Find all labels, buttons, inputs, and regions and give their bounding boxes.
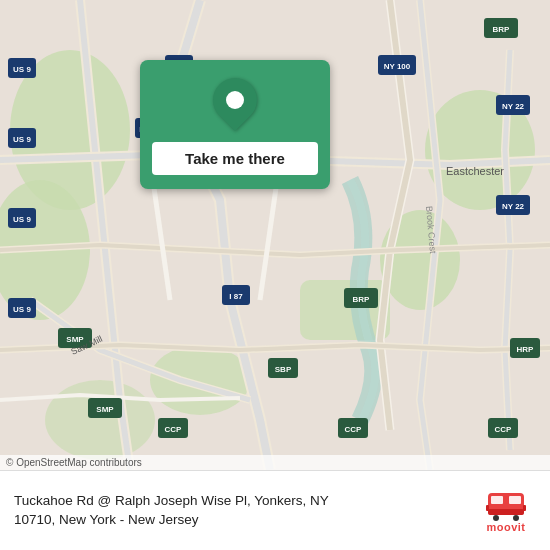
- map-pin: [213, 78, 257, 128]
- svg-text:Eastchester: Eastchester: [446, 165, 504, 177]
- svg-rect-52: [488, 509, 524, 515]
- svg-text:US 9: US 9: [13, 215, 31, 224]
- svg-text:NY 22: NY 22: [502, 102, 525, 111]
- bus-icon: [486, 489, 526, 521]
- svg-rect-50: [491, 496, 503, 504]
- svg-rect-51: [509, 496, 521, 504]
- svg-text:I 87: I 87: [229, 292, 243, 301]
- attribution-text: © OpenStreetMap contributors: [6, 457, 142, 468]
- map-container: US 9 US 9 US 9 US 9 I 87 I 87 NY 9A NY 1…: [0, 0, 550, 470]
- svg-text:BRP: BRP: [353, 295, 371, 304]
- svg-point-6: [150, 345, 250, 415]
- address-line2: 10710, New York - New Jersey: [14, 512, 199, 527]
- moovit-logo: moovit: [476, 489, 536, 533]
- svg-rect-56: [523, 505, 526, 511]
- svg-text:SBP: SBP: [275, 365, 292, 374]
- svg-text:CCP: CCP: [165, 425, 183, 434]
- take-me-there-button[interactable]: Take me there: [152, 142, 318, 175]
- svg-text:US 9: US 9: [13, 135, 31, 144]
- svg-text:NY 22: NY 22: [502, 202, 525, 211]
- svg-text:NY 100: NY 100: [384, 62, 411, 71]
- svg-text:CCP: CCP: [345, 425, 363, 434]
- svg-text:SMP: SMP: [96, 405, 114, 414]
- location-card: Take me there: [140, 60, 330, 189]
- svg-text:BRP: BRP: [493, 25, 511, 34]
- info-bar: Tuckahoe Rd @ Ralph Joseph Wise Pl, Yonk…: [0, 470, 550, 550]
- svg-text:US 9: US 9: [13, 65, 31, 74]
- moovit-text: moovit: [486, 521, 525, 533]
- svg-text:CCP: CCP: [495, 425, 513, 434]
- svg-rect-55: [486, 505, 489, 511]
- map-attribution: © OpenStreetMap contributors: [0, 455, 550, 470]
- svg-point-7: [45, 380, 155, 460]
- svg-text:US 9: US 9: [13, 305, 31, 314]
- address-line1: Tuckahoe Rd @ Ralph Joseph Wise Pl, Yonk…: [14, 493, 329, 508]
- svg-text:HRP: HRP: [517, 345, 535, 354]
- address-container: Tuckahoe Rd @ Ralph Joseph Wise Pl, Yonk…: [14, 492, 464, 530]
